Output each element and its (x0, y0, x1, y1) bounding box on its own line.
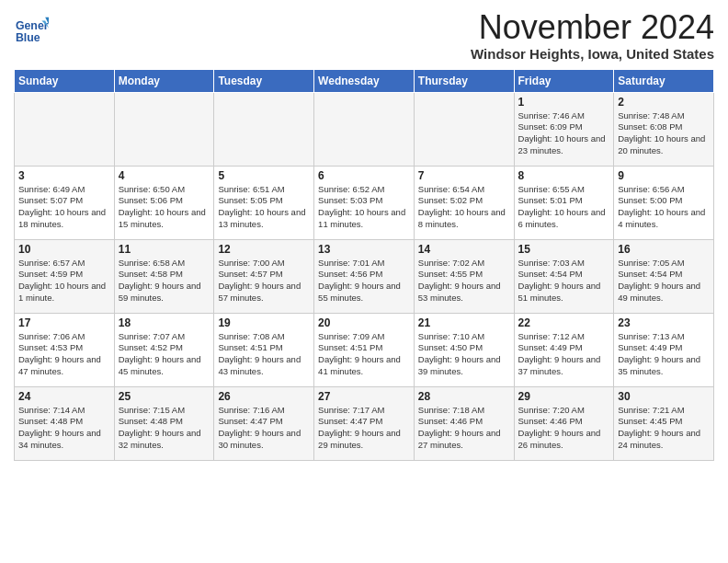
day-number: 17 (18, 316, 110, 329)
day-number: 22 (518, 316, 610, 329)
day-header-sunday: Sunday (15, 69, 115, 92)
day-number: 7 (418, 169, 510, 182)
day-number: 16 (618, 243, 710, 256)
calendar-week-3: 10Sunrise: 6:57 AM Sunset: 4:59 PM Dayli… (15, 239, 714, 313)
calendar-cell: 9Sunrise: 6:56 AM Sunset: 5:00 PM Daylig… (614, 166, 714, 239)
calendar-cell: 13Sunrise: 7:01 AM Sunset: 4:56 PM Dayli… (314, 239, 415, 313)
cell-content: Sunrise: 6:52 AM Sunset: 5:03 PM Dayligh… (318, 184, 410, 231)
calendar-cell (114, 92, 214, 166)
calendar-week-2: 3Sunrise: 6:49 AM Sunset: 5:07 PM Daylig… (15, 166, 714, 239)
calendar-cell: 26Sunrise: 7:16 AM Sunset: 4:47 PM Dayli… (214, 386, 314, 460)
cell-content: Sunrise: 6:51 AM Sunset: 5:05 PM Dayligh… (218, 184, 310, 231)
calendar-cell: 5Sunrise: 6:51 AM Sunset: 5:05 PM Daylig… (214, 166, 314, 239)
calendar-cell: 10Sunrise: 6:57 AM Sunset: 4:59 PM Dayli… (15, 239, 115, 313)
day-number: 12 (218, 243, 310, 256)
calendar-cell: 24Sunrise: 7:14 AM Sunset: 4:48 PM Dayli… (15, 386, 115, 460)
calendar-week-5: 24Sunrise: 7:14 AM Sunset: 4:48 PM Dayli… (15, 386, 714, 460)
cell-content: Sunrise: 7:15 AM Sunset: 4:48 PM Dayligh… (119, 405, 210, 452)
day-number: 24 (18, 390, 110, 403)
cell-content: Sunrise: 6:55 AM Sunset: 5:01 PM Dayligh… (518, 184, 610, 231)
cell-content: Sunrise: 7:08 AM Sunset: 4:51 PM Dayligh… (218, 331, 310, 378)
cell-content: Sunrise: 6:49 AM Sunset: 5:07 PM Dayligh… (18, 184, 110, 231)
cell-content: Sunrise: 7:12 AM Sunset: 4:49 PM Dayligh… (518, 331, 610, 378)
day-number: 27 (318, 390, 410, 403)
cell-content: Sunrise: 7:13 AM Sunset: 4:49 PM Dayligh… (618, 331, 710, 378)
day-number: 15 (518, 243, 610, 256)
location-title: Windsor Heights, Iowa, United States (471, 46, 714, 62)
cell-content: Sunrise: 7:00 AM Sunset: 4:57 PM Dayligh… (218, 258, 310, 304)
calendar-cell: 18Sunrise: 7:07 AM Sunset: 4:52 PM Dayli… (114, 313, 214, 386)
day-number: 20 (318, 316, 410, 329)
logo-icon: General Blue (14, 14, 49, 49)
cell-content: Sunrise: 7:18 AM Sunset: 4:46 PM Dayligh… (418, 405, 510, 452)
cell-content: Sunrise: 7:21 AM Sunset: 4:45 PM Dayligh… (618, 405, 710, 452)
cell-content: Sunrise: 7:09 AM Sunset: 4:51 PM Dayligh… (318, 331, 410, 378)
calendar-cell (15, 92, 115, 166)
calendar-cell: 17Sunrise: 7:06 AM Sunset: 4:53 PM Dayli… (15, 313, 115, 386)
calendar-cell: 8Sunrise: 6:55 AM Sunset: 5:01 PM Daylig… (514, 166, 614, 239)
calendar-cell: 28Sunrise: 7:18 AM Sunset: 4:46 PM Dayli… (414, 386, 514, 460)
day-header-saturday: Saturday (614, 69, 714, 92)
calendar-cell: 12Sunrise: 7:00 AM Sunset: 4:57 PM Dayli… (214, 239, 314, 313)
cell-content: Sunrise: 7:02 AM Sunset: 4:55 PM Dayligh… (418, 258, 510, 304)
calendar-cell: 23Sunrise: 7:13 AM Sunset: 4:49 PM Dayli… (614, 313, 714, 386)
cell-content: Sunrise: 7:03 AM Sunset: 4:54 PM Dayligh… (518, 258, 610, 304)
calendar-cell: 14Sunrise: 7:02 AM Sunset: 4:55 PM Dayli… (414, 239, 514, 313)
day-header-friday: Friday (514, 69, 614, 92)
day-header-thursday: Thursday (414, 69, 514, 92)
calendar-cell: 3Sunrise: 6:49 AM Sunset: 5:07 PM Daylig… (15, 166, 115, 239)
logo: General Blue (14, 14, 52, 49)
cell-content: Sunrise: 7:16 AM Sunset: 4:47 PM Dayligh… (218, 405, 310, 452)
day-number: 5 (218, 169, 310, 182)
day-number: 2 (618, 96, 710, 109)
calendar-body: 1Sunrise: 7:46 AM Sunset: 6:09 PM Daylig… (15, 92, 714, 460)
cell-content: Sunrise: 6:57 AM Sunset: 4:59 PM Dayligh… (18, 258, 110, 304)
cell-content: Sunrise: 7:48 AM Sunset: 6:08 PM Dayligh… (618, 110, 710, 157)
cell-content: Sunrise: 7:06 AM Sunset: 4:53 PM Dayligh… (18, 331, 110, 378)
calendar-header-row: SundayMondayTuesdayWednesdayThursdayFrid… (15, 69, 714, 92)
cell-content: Sunrise: 7:20 AM Sunset: 4:46 PM Dayligh… (518, 405, 610, 452)
day-number: 11 (119, 243, 210, 256)
day-header-wednesday: Wednesday (314, 69, 415, 92)
calendar-cell (314, 92, 415, 166)
day-number: 29 (518, 390, 610, 403)
day-number: 23 (618, 316, 710, 329)
day-number: 6 (318, 169, 410, 182)
calendar-cell: 7Sunrise: 6:54 AM Sunset: 5:02 PM Daylig… (414, 166, 514, 239)
calendar-cell: 16Sunrise: 7:05 AM Sunset: 4:54 PM Dayli… (614, 239, 714, 313)
day-header-tuesday: Tuesday (214, 69, 314, 92)
calendar-cell: 20Sunrise: 7:09 AM Sunset: 4:51 PM Dayli… (314, 313, 415, 386)
cell-content: Sunrise: 7:14 AM Sunset: 4:48 PM Dayligh… (18, 405, 110, 452)
day-number: 13 (318, 243, 410, 256)
calendar-table: SundayMondayTuesdayWednesdayThursdayFrid… (14, 69, 714, 461)
cell-content: Sunrise: 6:54 AM Sunset: 5:02 PM Dayligh… (418, 184, 510, 231)
cell-content: Sunrise: 7:05 AM Sunset: 4:54 PM Dayligh… (618, 258, 710, 304)
calendar-week-1: 1Sunrise: 7:46 AM Sunset: 6:09 PM Daylig… (15, 92, 714, 166)
day-number: 28 (418, 390, 510, 403)
calendar-cell (214, 92, 314, 166)
calendar-cell: 27Sunrise: 7:17 AM Sunset: 4:47 PM Dayli… (314, 386, 415, 460)
calendar-cell: 6Sunrise: 6:52 AM Sunset: 5:03 PM Daylig… (314, 166, 415, 239)
calendar-cell: 11Sunrise: 6:58 AM Sunset: 4:58 PM Dayli… (114, 239, 214, 313)
calendar-cell: 15Sunrise: 7:03 AM Sunset: 4:54 PM Dayli… (514, 239, 614, 313)
page-header: General Blue November 2024 Windsor Heigh… (14, 9, 714, 62)
cell-content: Sunrise: 7:10 AM Sunset: 4:50 PM Dayligh… (418, 331, 510, 378)
calendar-cell: 29Sunrise: 7:20 AM Sunset: 4:46 PM Dayli… (514, 386, 614, 460)
title-block: November 2024 Windsor Heights, Iowa, Uni… (471, 9, 714, 62)
cell-content: Sunrise: 6:56 AM Sunset: 5:00 PM Dayligh… (618, 184, 710, 231)
calendar-cell: 22Sunrise: 7:12 AM Sunset: 4:49 PM Dayli… (514, 313, 614, 386)
calendar-cell: 30Sunrise: 7:21 AM Sunset: 4:45 PM Dayli… (614, 386, 714, 460)
day-header-monday: Monday (114, 69, 214, 92)
day-number: 30 (618, 390, 710, 403)
day-number: 14 (418, 243, 510, 256)
day-number: 10 (18, 243, 110, 256)
calendar-cell: 4Sunrise: 6:50 AM Sunset: 5:06 PM Daylig… (114, 166, 214, 239)
day-number: 19 (218, 316, 310, 329)
calendar-cell: 19Sunrise: 7:08 AM Sunset: 4:51 PM Dayli… (214, 313, 314, 386)
day-number: 18 (119, 316, 210, 329)
calendar-cell: 25Sunrise: 7:15 AM Sunset: 4:48 PM Dayli… (114, 386, 214, 460)
calendar-week-4: 17Sunrise: 7:06 AM Sunset: 4:53 PM Dayli… (15, 313, 714, 386)
day-number: 8 (518, 169, 610, 182)
day-number: 9 (618, 169, 710, 182)
day-number: 26 (218, 390, 310, 403)
